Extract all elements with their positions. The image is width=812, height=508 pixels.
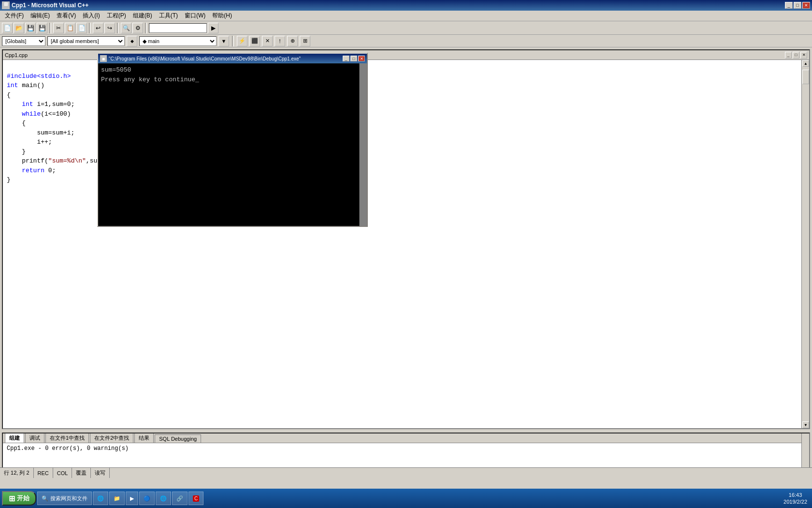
panel-close-btn[interactable]: ✕ — [800, 52, 807, 59]
taskbar-network[interactable]: 🔗 — [172, 492, 188, 505]
clock-time: 16:43 — [783, 492, 807, 498]
taskbar-ie[interactable]: 🌐 — [93, 492, 108, 505]
cut-button[interactable]: ✂ — [53, 23, 64, 33]
ie-icon: 🌐 — [97, 495, 104, 502]
scroll-thumb[interactable] — [802, 70, 809, 84]
start-label: 开始 — [17, 494, 29, 503]
toolbar2: [Globals] [All global members] ◆ ◆ main … — [0, 35, 812, 47]
tab-find1[interactable]: 在文件1中查找 — [45, 433, 89, 443]
class-dropdown[interactable]: [Globals] — [2, 36, 45, 46]
panel-minimize-btn[interactable]: _ — [785, 52, 792, 59]
code-line-7: sum=sum+i; — [7, 129, 74, 136]
clock: 16:43 2019/2/22 — [783, 492, 807, 506]
media-icon: ▶ — [130, 495, 134, 502]
save-all-button[interactable]: 💾 — [37, 23, 47, 33]
app-icon: ⊞ — [2, 1, 10, 9]
minimize-button[interactable]: _ — [785, 2, 793, 9]
redo-button[interactable]: ↪ — [104, 23, 115, 33]
main-container: ⊞ Cpp1 - Microsoft Visual C++ _ □ ✕ 文件(F… — [0, 0, 812, 508]
console-minimize-btn[interactable]: _ — [343, 56, 349, 61]
taskbar-folder[interactable]: 📁 — [109, 492, 125, 505]
editor-scrollbar-v[interactable]: ▲ ▼ — [801, 60, 809, 428]
tab-results[interactable]: 结果 — [134, 433, 154, 443]
debug-btn2[interactable]: ⬛ — [249, 36, 260, 46]
run-button[interactable]: ▶ — [208, 23, 218, 33]
code-panel-controls: _ □ ✕ — [785, 52, 807, 59]
tab-sql[interactable]: SQL Debugging — [155, 434, 201, 443]
status-col-text: COL — [57, 470, 68, 476]
network-icon: 🔗 — [176, 495, 183, 502]
close-button[interactable]: ✕ — [802, 2, 810, 9]
menu-file[interactable]: 文件(F) — [2, 11, 27, 21]
taskbar-ie2[interactable]: 🌐 — [156, 492, 171, 505]
code-line-10: printf("sum=%d\n",sum); — [7, 157, 109, 164]
code-line-9: } — [7, 148, 26, 155]
menu-insert[interactable]: 插入(I) — [80, 11, 102, 21]
code-line-4: int i=1,sum=0; — [7, 101, 74, 108]
paste-button[interactable]: 📄 — [76, 23, 87, 33]
separator3 — [117, 23, 119, 33]
separator1 — [49, 23, 51, 33]
menu-project[interactable]: 工程(P) — [104, 11, 129, 21]
open-button[interactable]: 📂 — [14, 23, 24, 33]
menu-bar: 文件(F) 编辑(E) 查看(V) 插入(I) 工程(P) 组建(B) 工具(T… — [0, 11, 812, 21]
console-maximize-btn[interactable]: □ — [350, 56, 357, 61]
menu-window[interactable]: 窗口(W) — [182, 11, 208, 21]
debug-btn6[interactable]: ⊞ — [300, 36, 310, 46]
new-button[interactable]: 📄 — [2, 23, 13, 33]
maximize-button[interactable]: □ — [794, 2, 801, 9]
tab-build[interactable]: 组建 — [5, 433, 24, 443]
taskbar-media[interactable]: ▶ — [126, 492, 138, 505]
console-icon: ■ — [100, 55, 107, 62]
copy-button[interactable]: 📋 — [65, 23, 75, 33]
ie2-icon: 🌐 — [160, 495, 167, 502]
status-row-col-text: 行 12, 列 2 — [4, 469, 29, 477]
menu-help[interactable]: 帮助(H) — [209, 11, 235, 21]
compile-button[interactable]: ⚙ — [132, 23, 143, 33]
members-dropdown[interactable]: [All global members] — [47, 36, 125, 46]
code-file-tab[interactable]: Cpp1.cpp — [5, 52, 28, 58]
status-row-col: 行 12, 列 2 — [0, 468, 34, 478]
debug-btn1[interactable]: ⚡ — [237, 36, 247, 46]
taskbar-search-label: 搜索网页和文件 — [50, 495, 87, 502]
taskbar-csdn[interactable]: C — [188, 492, 203, 505]
status-read-text: 读写 — [95, 469, 105, 477]
find-button[interactable]: 🔍 — [121, 23, 131, 33]
taskbar-search[interactable]: 🔍 搜索网页和文件 — [37, 492, 92, 505]
status-rec-text: REC — [38, 470, 49, 476]
debug-btn3[interactable]: ✕ — [262, 36, 273, 46]
title-bar: ⊞ Cpp1 - Microsoft Visual C++ _ □ ✕ — [0, 0, 812, 11]
console-close-btn[interactable]: ✕ — [358, 56, 365, 61]
menu-build[interactable]: 组建(B) — [130, 11, 155, 21]
status-ovr: 覆盖 — [72, 468, 91, 478]
search-input[interactable] — [149, 23, 207, 33]
menu-view[interactable]: 查看(V) — [54, 11, 79, 21]
undo-button[interactable]: ↩ — [93, 23, 103, 33]
separator5 — [232, 36, 234, 46]
unknown-icon: 🔵 — [144, 495, 150, 502]
console-title-text: "C:\Program Files (x86)\Microsoft Visual… — [109, 56, 301, 61]
debug-btn5[interactable]: ⊕ — [287, 36, 298, 46]
scroll-down-btn[interactable]: ▼ — [802, 421, 809, 428]
taskbar-unknown[interactable]: 🔵 — [139, 492, 155, 505]
output-content: Cpp1.exe - 0 error(s), 0 warning(s) — [7, 445, 129, 452]
class-btn[interactable]: ◆ — [127, 36, 137, 46]
tab-find2[interactable]: 在文件2中查找 — [90, 433, 133, 443]
scroll-up-btn[interactable]: ▲ — [802, 60, 809, 67]
menu-edit[interactable]: 编辑(E) — [28, 11, 53, 21]
status-rec: REC — [34, 468, 53, 478]
save-button[interactable]: 💾 — [25, 23, 36, 33]
start-button[interactable]: ⊞ 开始 — [2, 491, 36, 506]
vs-window: ⊞ Cpp1 - Microsoft Visual C++ _ □ ✕ 文件(F… — [0, 0, 812, 489]
search-icon: 🔍 — [42, 495, 48, 502]
debug-btn4[interactable]: ! — [275, 36, 285, 46]
console-content: sum=5050 Press any key to continue_ — [98, 63, 367, 226]
console-scrollbar[interactable] — [359, 63, 367, 226]
function-dropdown[interactable]: ◆ main — [139, 36, 217, 46]
func-nav-btn[interactable]: ▼ — [218, 36, 229, 46]
menu-tools[interactable]: 工具(T) — [156, 11, 181, 21]
code-line-8: i++; — [7, 138, 52, 146]
tab-debug[interactable]: 调试 — [25, 433, 44, 443]
panel-maximize-btn[interactable]: □ — [793, 52, 799, 59]
csdn-icon: C — [193, 495, 199, 502]
